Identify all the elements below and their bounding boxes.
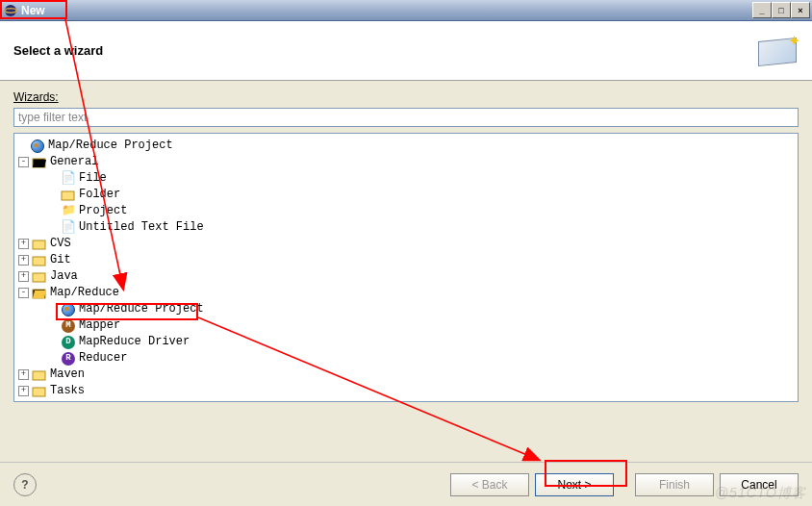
folder-closed-icon [32,269,47,285]
svg-rect-5 [33,257,45,266]
text-file-icon: 📄 [61,220,76,236]
file-icon: 📄 [61,171,76,187]
tree-item-folder[interactable]: Folder [18,187,798,203]
folder-open-icon [32,286,47,301]
svg-rect-4 [33,240,45,249]
folder-closed-icon [32,253,47,268]
tree-item-tasks[interactable]: + Tasks [18,383,798,399]
svg-rect-8 [33,371,45,380]
tree-item-label: Reducer [79,350,127,367]
cancel-button[interactable]: Cancel [720,473,799,496]
maximize-button[interactable]: □ [772,2,791,18]
reducer-icon: R [61,351,76,367]
tree-item-label: Git [50,252,71,268]
wizard-tree[interactable]: Map/Reduce Project - General 📄 File Fold… [13,133,799,402]
tree-item-label: CVS [50,236,71,252]
tree-item-label: Map/Reduce Project [48,138,173,154]
back-button[interactable]: < Back [450,473,529,496]
minimize-button[interactable]: _ [752,2,772,18]
tree-item-label: Mapper [79,317,120,334]
tree-item-mapreduce-project-top[interactable]: Map/Reduce Project [18,138,798,154]
project-icon: 📁 [61,204,76,219]
expand-icon[interactable]: + [18,386,29,396]
tree-item-label: MapReduce Driver [79,334,190,350]
wizard-banner: Select a wizard ✦ [0,21,812,81]
expand-icon[interactable]: + [18,239,29,249]
tree-item-label: Map/Reduce Project [79,301,204,317]
globe-icon [61,302,76,317]
button-bar: ? < Back Next > Finish Cancel [0,462,812,506]
tree-item-git[interactable]: + Git [18,252,798,268]
content-area: Wizards: type filter text Map/Reduce Pro… [0,81,812,402]
expand-icon[interactable]: + [18,255,29,266]
help-button[interactable]: ? [13,473,37,496]
folder-closed-icon [32,237,47,252]
tree-item-file[interactable]: 📄 File [18,170,798,187]
mapper-icon: M [61,318,76,334]
tree-item-label: Maven [50,367,85,383]
tree-item-maven[interactable]: + Maven [18,367,798,383]
tree-item-project[interactable]: 📁 Project [18,203,798,219]
svg-point-0 [5,5,16,16]
tree-item-label: Map/Reduce [50,285,119,301]
svg-rect-6 [33,273,45,282]
folder-closed-icon [32,367,47,383]
tree-item-label: Untitled Text File [79,219,204,236]
banner-title: Select a wizard [13,43,756,58]
window-controls: _ □ × [752,2,810,18]
eclipse-icon [4,4,17,17]
tree-item-untitled-text-file[interactable]: 📄 Untitled Text File [18,219,798,236]
tree-item-java[interactable]: + Java [18,268,798,285]
svg-rect-9 [33,388,45,396]
tree-item-general[interactable]: - General [18,154,798,170]
folder-icon [61,188,76,203]
tree-item-cvs[interactable]: + CVS [18,236,798,252]
tree-item-label: Tasks [50,383,85,399]
driver-icon: D [61,335,76,350]
collapse-icon[interactable]: - [18,157,29,167]
folder-closed-icon [32,384,47,399]
tree-item-reducer[interactable]: R Reducer [18,350,798,367]
tree-item-label: Project [79,203,127,219]
folder-open-icon [32,155,47,170]
expand-icon[interactable]: + [18,369,29,380]
tree-item-label: Folder [79,187,120,203]
wizards-label: Wizards: [13,90,799,104]
tree-item-label: Java [50,268,78,285]
tree-item-mapper[interactable]: M Mapper [18,317,798,334]
wizard-banner-icon: ✦ [756,32,799,70]
collapse-icon[interactable]: - [18,288,29,298]
next-button[interactable]: Next > [535,473,614,496]
finish-button[interactable]: Finish [635,473,714,496]
close-button[interactable]: × [791,2,810,18]
titlebar: New _ □ × [0,0,812,21]
svg-rect-3 [62,191,74,200]
tree-item-label: File [79,170,107,187]
tree-item-label: General [50,154,98,170]
tree-item-mapreduce-project[interactable]: Map/Reduce Project [18,301,798,317]
filter-input[interactable]: type filter text [13,108,799,127]
tree-item-mapreduce[interactable]: - Map/Reduce [18,285,798,301]
globe-icon [30,139,45,154]
tree-item-mapreduce-driver[interactable]: D MapReduce Driver [18,334,798,350]
window-title: New [21,4,752,17]
expand-icon[interactable]: + [18,271,29,282]
